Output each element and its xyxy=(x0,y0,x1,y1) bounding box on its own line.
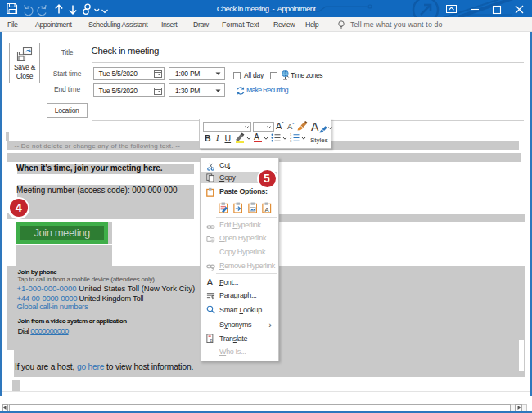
svg-text:b: b xyxy=(210,338,212,343)
svg-text:A: A xyxy=(265,206,269,213)
svg-text:3: 3 xyxy=(290,139,292,142)
